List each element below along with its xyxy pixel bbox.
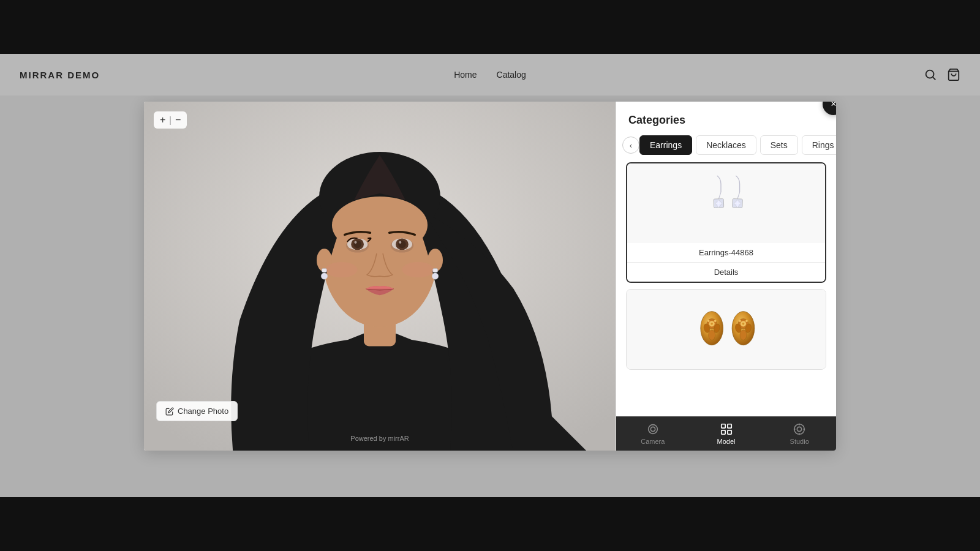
bottom-bar [0, 497, 980, 551]
svg-point-43 [708, 330, 715, 340]
studio-icon [793, 422, 806, 436]
product-image-area-2 [627, 290, 826, 369]
zoom-divider: | [169, 115, 172, 125]
photo-panel: + | − Change Photo Powered by mirrAR [144, 102, 616, 451]
svg-line-32 [737, 192, 740, 199]
camera-icon [646, 422, 660, 436]
nav-center: Home Catalog [454, 70, 526, 80]
product-name-1: Earrings-44868 [627, 243, 825, 262]
svg-point-61 [794, 424, 805, 435]
svg-point-20 [321, 273, 327, 279]
svg-point-44 [707, 320, 709, 322]
svg-point-22 [432, 273, 438, 279]
svg-rect-57 [721, 424, 725, 428]
svg-point-24 [391, 239, 413, 253]
tab-earrings[interactable]: Earrings [639, 135, 692, 155]
nav-home[interactable]: Home [454, 70, 477, 80]
model-label: Model [717, 438, 736, 445]
content-area: × [0, 96, 980, 497]
model-photo-bg [144, 102, 616, 451]
svg-point-56 [648, 425, 657, 434]
zoom-controls: + | − [154, 111, 187, 129]
svg-point-26 [402, 262, 434, 277]
tab-sets[interactable]: Sets [760, 135, 798, 155]
svg-line-1 [933, 77, 935, 80]
svg-point-23 [346, 239, 369, 253]
product-image-area-1 [627, 163, 825, 243]
tab-necklaces[interactable]: Necklaces [696, 135, 756, 155]
tabs-list: Earrings Necklaces Sets Rings [639, 135, 836, 155]
nav-right [924, 68, 960, 81]
navbar: MIRRAR DEMO Home Catalog [0, 54, 980, 96]
powered-by: Powered by mirrAR [350, 435, 409, 442]
svg-rect-60 [727, 430, 731, 434]
svg-point-0 [926, 70, 934, 78]
svg-point-25 [326, 262, 358, 277]
bottom-toolbar: Camera Model [616, 416, 836, 451]
studio-label: Studio [790, 438, 809, 445]
svg-rect-58 [727, 424, 731, 428]
svg-rect-59 [721, 430, 725, 434]
svg-point-53 [739, 320, 741, 322]
svg-point-52 [740, 330, 747, 340]
svg-line-27 [718, 192, 721, 199]
svg-point-55 [650, 427, 655, 431]
product-details-button-1[interactable]: Details [627, 262, 825, 282]
cart-icon[interactable] [947, 68, 960, 81]
zoom-in-button[interactable]: + [160, 115, 165, 125]
toolbar-camera[interactable]: Camera [616, 422, 690, 445]
change-photo-button[interactable]: Change Photo [156, 401, 238, 421]
edit-icon [165, 407, 174, 416]
modal-container: × [144, 102, 836, 451]
change-photo-label: Change Photo [178, 407, 228, 416]
categories-tabs: ‹ Earrings Necklaces Sets Rings › [616, 135, 836, 162]
categories-title: Categories [616, 102, 836, 135]
model-icon [720, 422, 733, 436]
toolbar-studio[interactable]: Studio [763, 422, 836, 445]
tab-prev-button[interactable]: ‹ [622, 137, 639, 154]
svg-point-54 [745, 320, 748, 322]
svg-point-45 [714, 320, 716, 322]
svg-point-62 [797, 427, 802, 431]
search-icon[interactable] [924, 68, 937, 81]
top-bar [0, 0, 980, 54]
svg-point-40 [710, 323, 713, 325]
brand-logo: MIRRAR DEMO [20, 70, 100, 80]
categories-panel: Categories ‹ Earrings Necklaces Sets Rin… [616, 102, 836, 451]
svg-point-49 [742, 323, 744, 325]
main-wrapper: MIRRAR DEMO Home Catalog × [0, 54, 980, 497]
products-list: Earrings-44868 Details [616, 162, 836, 416]
product-card-earrings-44868[interactable]: Earrings-44868 Details [626, 162, 826, 283]
product-card-gold-earrings[interactable] [626, 289, 826, 370]
camera-label: Camera [641, 438, 665, 445]
toolbar-model[interactable]: Model [690, 422, 763, 445]
zoom-out-button[interactable]: − [175, 115, 181, 125]
earrings-2-svg [693, 302, 760, 357]
model-svg [144, 102, 616, 451]
nav-catalog[interactable]: Catalog [497, 70, 526, 80]
earrings-1-svg [699, 173, 754, 234]
tab-rings[interactable]: Rings [802, 135, 836, 155]
